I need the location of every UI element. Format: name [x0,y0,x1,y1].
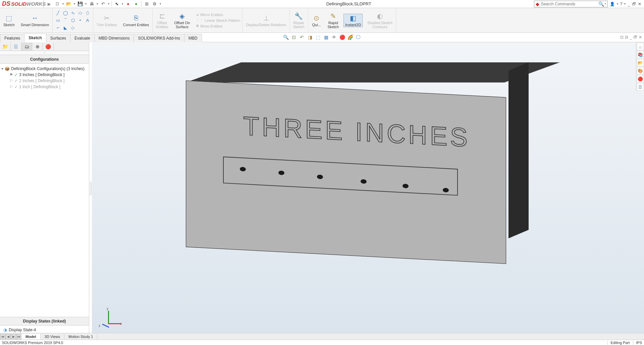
file-explorer-icon[interactable]: 📂 [637,59,644,66]
section-view-icon[interactable]: ◨ [307,34,313,40]
close-icon[interactable]: ✕ [638,2,641,6]
z-label: z [99,324,100,328]
edit-appearance-icon[interactable]: 🔴 [339,34,345,40]
configuration-manager-icon[interactable]: 🗂 [21,43,32,51]
tab-mbd-dimensions[interactable]: MBD Dimensions [94,34,134,42]
rebuild-icon[interactable]: ● [124,1,132,7]
nav-first-icon[interactable]: ⏮ [0,334,5,339]
child-close-icon[interactable]: ✕ [639,35,642,40]
config-item-1in[interactable]: ⚐ ✓ 1 Inch [ DefiningBlock ] [1,84,88,90]
options-icon[interactable]: ⊞ [143,1,150,7]
linear-pattern-label: Linear Sketch Pattern [205,18,240,22]
tab-evaluate[interactable]: Evaluate [70,34,95,42]
toggle-icon[interactable]: ⊡ [620,35,624,40]
tab-features[interactable]: Features [0,34,24,42]
property-manager-icon[interactable]: ☰ [11,43,21,51]
view-settings-icon[interactable]: 🖵 [355,34,361,40]
arc-tool-icon[interactable]: ⌒ [62,17,69,24]
point-tool-icon[interactable]: • [77,17,84,24]
ellipse-tool-icon[interactable]: ⬯ [84,10,91,16]
dimxpert-icon[interactable]: ⊕ [32,43,43,51]
dropdown-icon[interactable]: ▾ [85,1,87,7]
polygon-tool-icon[interactable]: ⬡ [69,17,76,24]
display-manager-icon[interactable]: 🔴 [43,43,54,51]
instant2d-button[interactable]: ◧ Instant2D [343,14,363,27]
print-icon[interactable]: 🖶 [88,1,95,7]
dropdown-icon[interactable]: ▾ [62,1,64,7]
smart-dimension-button[interactable]: ↔ Smart Dimension [19,14,50,27]
fillet-tool-icon[interactable]: ⌐ [55,24,61,31]
tab-addins[interactable]: SOLIDWORKS Add-Ins [133,34,184,42]
convert-entities-button[interactable]: ⎘ Convert Entities [122,14,151,27]
sketch-button[interactable]: ⬚ Sketch [2,14,16,27]
rapid-sketch-button[interactable]: ✎ Rapid Sketch [326,12,340,29]
appearances-icon[interactable]: 🔴 [637,75,644,82]
status-units[interactable]: IPS [633,341,642,345]
search-dropdown-icon[interactable]: ▾ [605,2,606,5]
circle-tool-icon[interactable]: ◯ [62,10,69,16]
chamfer-tool-icon[interactable]: ◣ [62,24,69,31]
expand-icon[interactable]: ▾ [1,66,3,71]
view-orientation-icon[interactable]: ⬚ [315,34,321,40]
display-delete-relations-button: ⊥ Display/Delete Relations [245,14,287,27]
quick-snaps-button[interactable]: ⊙ Qui... [310,14,323,27]
line-tool-icon[interactable]: ╱ [55,10,61,16]
undo-icon[interactable]: ↶ [99,1,107,7]
panel-pin-handle[interactable]: ○ [0,51,89,55]
panel-splitter[interactable] [89,42,92,334]
tab-sketch[interactable]: Sketch [24,34,46,42]
dropdown-icon[interactable]: ▾ [96,1,99,7]
search-input[interactable] [541,2,598,6]
restore-icon[interactable]: 🗗 [632,2,636,6]
custom-props-icon[interactable]: ☰ [637,83,644,91]
rect-tool-icon[interactable]: ▭ [55,17,61,24]
view-palette-icon[interactable]: 🎨 [637,67,644,74]
tab-3d-views[interactable]: 3D Views [41,334,64,339]
orientation-triad[interactable]: y x z [99,307,119,328]
dropdown-icon[interactable]: ▾ [159,1,162,7]
save-icon[interactable]: 💾 [76,1,84,7]
tab-mbd[interactable]: MBD [184,34,202,42]
child-minimize-icon[interactable]: _ [630,35,632,40]
settings-icon[interactable]: ⚙ [151,1,158,7]
child-restore-icon[interactable]: 🗗 [633,35,637,40]
feature-tree-icon[interactable]: 📁 [0,43,11,51]
display-style-icon[interactable]: ▦ [323,34,329,40]
slot-tool-icon[interactable]: ⬭ [77,10,84,16]
tab-surfaces[interactable]: Surfaces [46,34,70,42]
dropdown-icon[interactable]: ▾ [121,1,124,7]
tab-motion-study[interactable]: Motion Study 1 [64,334,97,339]
minimize-icon[interactable]: _ [628,2,630,6]
graphics-viewport[interactable]: THREE INCHES y x z [92,42,644,334]
resources-icon[interactable]: ⌂ [637,43,644,50]
design-library-icon[interactable]: 📚 [637,51,644,58]
nav-prev-icon[interactable]: ◀ [5,334,11,339]
nav-next-icon[interactable]: ▶ [11,334,16,339]
config-item-2in[interactable]: ⚐ ✓ 2 Inches [ DefiningBlock ] [1,78,88,84]
spline-tool-icon[interactable]: ∿ [69,10,76,16]
apply-scene-icon[interactable]: 🌈 [347,34,353,40]
nav-last-icon[interactable]: ⏭ [16,334,21,339]
rebuild-all-icon[interactable]: ● [132,1,140,7]
open-icon[interactable]: 📂 [65,1,72,7]
hide-show-icon[interactable]: 👁 [331,34,337,40]
plane-tool-icon[interactable]: ◇ [69,24,76,31]
dropdown-icon[interactable]: ▾ [73,1,76,7]
offset-surface-button[interactable]: ◈ Offset On Surface [173,12,191,29]
help-icon[interactable]: ? [620,2,623,6]
tab-model[interactable]: Model [21,334,41,339]
user-icon[interactable]: 👤 [610,2,615,6]
zoom-fit-icon[interactable]: 🔍 [283,34,289,40]
search-icon[interactable]: 🔍 [598,1,604,7]
zoom-area-icon[interactable]: ⊡ [291,34,297,40]
new-icon[interactable]: 🗋 [54,1,61,7]
toggle2-icon[interactable]: ⊟ [625,35,628,40]
home-icon[interactable]: ⌂ [46,1,53,7]
dropdown-icon[interactable]: ▾ [107,1,110,7]
previous-view-icon[interactable]: ↶ [299,34,305,40]
text-tool-icon[interactable]: A [84,17,91,24]
search-commands-box[interactable]: ◆ 🔍 ▾ [534,1,608,7]
config-item-3in[interactable]: ⚑ ✓ 3 Inches [ DefiningBlock ] [1,72,88,78]
select-icon[interactable]: ⬉ [113,1,120,7]
config-root[interactable]: ▾ 📦 DefiningBlock Configuration(s) (3 In… [1,66,88,72]
